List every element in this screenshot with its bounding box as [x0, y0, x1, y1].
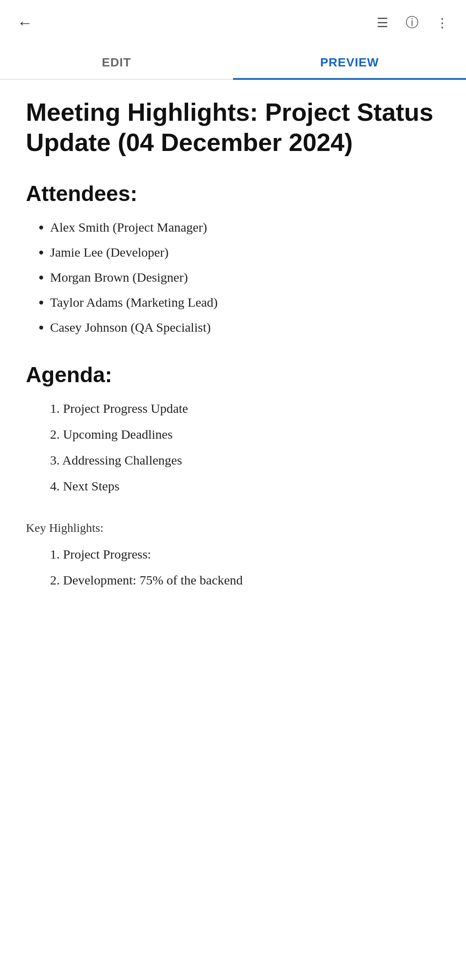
back-button[interactable]: ←	[16, 13, 35, 32]
list-item: 1. Project Progress:	[50, 545, 440, 563]
toolbar: ← ☰ ⓘ ⋮	[0, 0, 466, 45]
list-item: Morgan Brown (Designer)	[50, 268, 440, 286]
list-item: 3. Addressing Challenges	[50, 451, 440, 469]
attendees-heading: Attendees:	[26, 181, 440, 206]
list-item: Jamie Lee (Developer)	[50, 243, 440, 261]
document-content: Meeting Highlights: Project Status Updat…	[0, 80, 466, 650]
list-icon: ☰	[377, 15, 388, 30]
list-item: Casey Johnson (QA Specialist)	[50, 318, 440, 336]
more-icon: ⋮	[436, 15, 449, 30]
agenda-heading: Agenda:	[26, 362, 440, 387]
key-highlights-label: Key Highlights:	[26, 521, 440, 535]
list-item: 4. Next Steps	[50, 477, 440, 495]
list-view-button[interactable]: ☰	[375, 13, 390, 32]
attendees-list: Alex Smith (Project Manager) Jamie Lee (…	[50, 218, 440, 336]
back-arrow-icon: ←	[17, 15, 33, 31]
list-item: 2. Development: 75% of the backend	[50, 571, 440, 589]
toolbar-left: ←	[16, 13, 35, 32]
agenda-list: 1. Project Progress Update 2. Upcoming D…	[50, 399, 440, 495]
list-item: Taylor Adams (Marketing Lead)	[50, 293, 440, 311]
key-highlights-list: 1. Project Progress: 2. Development: 75%…	[50, 545, 440, 589]
list-item: 1. Project Progress Update	[50, 399, 440, 418]
info-icon: ⓘ	[406, 14, 419, 31]
tab-preview[interactable]: PREVIEW	[233, 45, 466, 80]
list-item: 2. Upcoming Deadlines	[50, 425, 440, 443]
list-item: Alex Smith (Project Manager)	[50, 218, 440, 236]
info-button[interactable]: ⓘ	[404, 12, 420, 33]
document-title: Meeting Highlights: Project Status Updat…	[26, 97, 440, 157]
tab-bar: EDIT PREVIEW	[0, 45, 466, 80]
more-options-button[interactable]: ⋮	[434, 13, 450, 32]
tab-edit[interactable]: EDIT	[0, 45, 233, 80]
toolbar-right: ☰ ⓘ ⋮	[375, 12, 450, 33]
